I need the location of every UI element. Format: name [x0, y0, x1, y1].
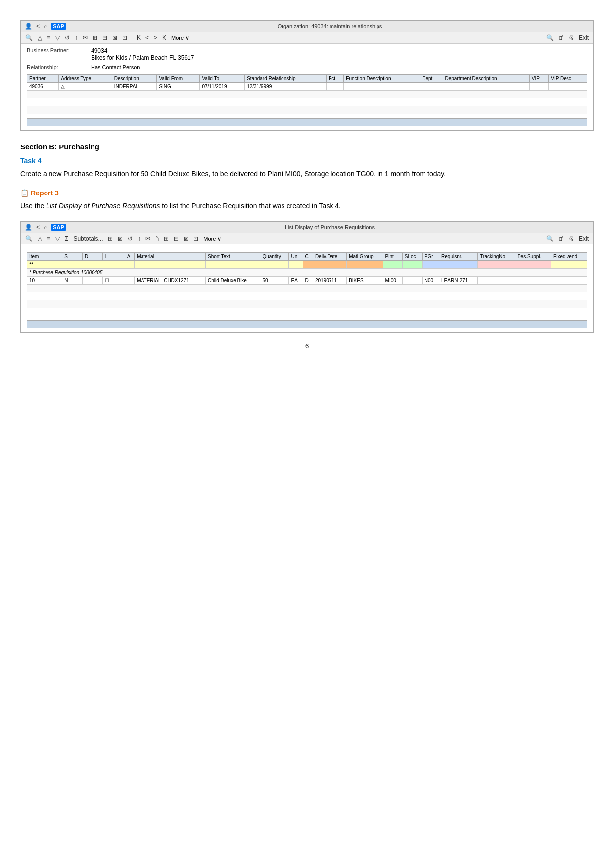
- toolbar-email[interactable]: ✉: [81, 34, 89, 42]
- toolbar2-print[interactable]: 🖨: [567, 235, 575, 242]
- toolbar2-g5[interactable]: ⊠: [182, 235, 190, 242]
- business-partner-row: Business Partner: 49034 Bikes for Kids /…: [27, 48, 587, 61]
- toolbar2-alpha[interactable]: α': [557, 235, 565, 242]
- empty-row-2: [27, 98, 587, 106]
- cell-row-a: [125, 277, 135, 285]
- toolbar2-g1[interactable]: ⊞: [106, 235, 114, 242]
- star-cell: **: [27, 261, 135, 269]
- home-icon-2[interactable]: ⌂: [44, 224, 47, 231]
- toolbar2-g6[interactable]: ⊡: [192, 235, 200, 242]
- user-icon-2: 👤: [25, 224, 32, 231]
- cell-row-pgr: N00: [422, 277, 439, 285]
- star-row: **: [27, 261, 587, 269]
- star-cell-qty: [260, 261, 289, 269]
- col-pgr: PGr: [422, 253, 439, 261]
- back-icon[interactable]: <: [36, 23, 40, 30]
- toolbar-grid2[interactable]: ⊟: [101, 34, 109, 42]
- toolbar-filter[interactable]: ▽: [54, 34, 61, 42]
- partners-table: Partner Address Type Description Valid F…: [27, 74, 587, 114]
- toolbar2-degree[interactable]: °ₗ: [154, 235, 160, 242]
- cell-func-desc: [344, 83, 420, 91]
- toolbar-prev[interactable]: <: [144, 34, 150, 42]
- toolbar2-g2[interactable]: ⊠: [116, 235, 124, 242]
- toolbar-up[interactable]: ↑: [73, 34, 79, 42]
- section-b-title: Section B: Purchasing: [20, 143, 594, 151]
- toolbar-grid4[interactable]: ⊡: [121, 34, 129, 42]
- col-dept: Dept: [420, 75, 443, 83]
- cell-valid-from: 07/11/2019: [200, 83, 245, 91]
- cell-row-material: MATERIAL_CHDX1271: [135, 277, 206, 285]
- toolbar-alpha[interactable]: α': [557, 34, 565, 42]
- statusbar-2: [27, 320, 587, 328]
- toolbar-refresh[interactable]: ↺: [63, 34, 71, 42]
- toolbar2-search-r[interactable]: 🔍: [545, 235, 555, 242]
- window-title-1: Organization: 49034: maintain relationsh…: [70, 23, 589, 29]
- pr-data-row[interactable]: 10 N ☐ MATERIAL_CHDX1271 Child Deluxe Bi…: [27, 277, 587, 285]
- col-valid-from: Valid From: [157, 75, 200, 83]
- toolbar2-refresh[interactable]: ↺: [126, 235, 134, 242]
- toolbar2-search[interactable]: 🔍: [24, 235, 34, 242]
- toolbar-last[interactable]: K: [161, 34, 168, 42]
- cell-row-quantity: 50: [260, 277, 289, 285]
- toolbar-menu[interactable]: ≡: [46, 34, 52, 42]
- cell-row-des-suppl: [515, 277, 551, 285]
- back-icon-2[interactable]: <: [36, 224, 40, 231]
- cell-row-matl-group: BIKES: [347, 277, 383, 285]
- col-description: Description: [112, 75, 157, 83]
- toolbar2-subtotals[interactable]: Subtotals...: [72, 235, 104, 242]
- toolbar2-g4[interactable]: ⊟: [172, 235, 180, 242]
- toolbar-more[interactable]: More ∨: [170, 34, 190, 42]
- toolbar2-menu[interactable]: ≡: [46, 235, 52, 242]
- star-cell-sloc: [402, 261, 422, 269]
- toolbar2-sigma[interactable]: Σ: [63, 235, 70, 242]
- statusbar-1: [27, 118, 587, 126]
- toolbar-search[interactable]: 🔍: [24, 34, 34, 42]
- col-dept-desc: Department Description: [443, 75, 529, 83]
- bp-label: Business Partner:: [27, 48, 91, 53]
- cell-row-checkbox[interactable]: ☐: [102, 277, 125, 285]
- col-d: D: [82, 253, 102, 261]
- bp-name: Bikes for Kids / Palam Beach FL 35617: [91, 54, 194, 61]
- star-cell-c: [303, 261, 313, 269]
- toolbar-grid3[interactable]: ⊠: [111, 34, 119, 42]
- star-cell-plnt: [383, 261, 402, 269]
- col-deliv-date: Deliv.Date: [313, 253, 346, 261]
- toolbar-delta[interactable]: △: [36, 34, 44, 42]
- toolbar2-more[interactable]: More ∨: [202, 235, 223, 242]
- star-cell-des: [515, 261, 551, 269]
- toolbar-search-right[interactable]: 🔍: [545, 34, 555, 42]
- section-b: Section B: Purchasing Task 4 Create a ne…: [20, 143, 594, 211]
- relationship-row: Relationship: Has Contact Person: [27, 64, 587, 70]
- window-title-2: List Display of Purchase Requisitions: [70, 224, 589, 230]
- pr-table: Item S D I A Material Short Text Quantit…: [27, 252, 587, 316]
- report3-icon: 📋: [20, 189, 29, 197]
- toolbar-first[interactable]: K: [135, 34, 142, 42]
- toolbar2-email[interactable]: ✉: [144, 235, 152, 242]
- pr-header-row: * Purchase Requisition 10000405: [27, 269, 587, 277]
- cell-desc: INDERPAL: [112, 83, 157, 91]
- home-icon[interactable]: ⌂: [44, 23, 47, 30]
- toolbar-exit[interactable]: Exit: [577, 34, 590, 42]
- page-container: 👤 < ⌂ SAP Organization: 49034: maintain …: [10, 10, 604, 858]
- toolbar2-delta[interactable]: △: [36, 235, 44, 242]
- toolbar2-exit[interactable]: Exit: [577, 235, 590, 242]
- toolbar2-g3[interactable]: ⊞: [162, 235, 170, 242]
- rel-label: Relationship:: [27, 64, 91, 70]
- cell-row-deliv-date: 20190711: [313, 277, 346, 285]
- empty-row-pr-1: [27, 285, 587, 292]
- star-cell-3: [206, 261, 260, 269]
- toolbar-next[interactable]: >: [152, 34, 159, 42]
- toolbar-grid1[interactable]: ⊞: [91, 34, 99, 42]
- star-cell-fv: [551, 261, 587, 269]
- cell-row-sloc: [402, 277, 422, 285]
- report3-desc-italic: List Display of Purchase Requisitions: [46, 202, 160, 210]
- toolbar2-up[interactable]: ↑: [136, 235, 142, 242]
- toolbar2-filter[interactable]: ▽: [54, 235, 61, 242]
- table-row[interactable]: 49036 △ INDERPAL SING 07/11/2019 12/31/9…: [27, 83, 587, 91]
- toolbar-print[interactable]: 🖨: [567, 34, 575, 42]
- bp-id: 49034: [91, 48, 194, 54]
- report3-title-text: Report 3: [31, 189, 59, 197]
- col-des-suppl: Des.Suppl.: [515, 253, 551, 261]
- report3-desc-before: Use the: [20, 202, 46, 210]
- col-item: Item: [27, 253, 62, 261]
